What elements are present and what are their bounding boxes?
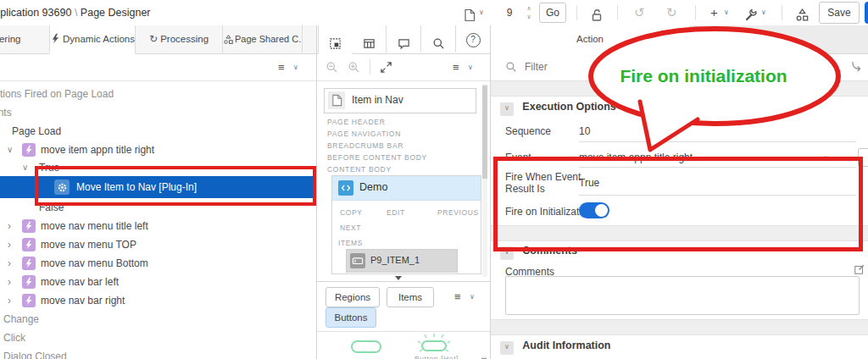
create-chevron-icon[interactable]: ∨ xyxy=(724,3,729,23)
page-number-input[interactable]: 9 xyxy=(495,3,524,22)
tree-item-action-selected[interactable]: Move Item to Nav [Plug-In] xyxy=(0,176,316,198)
stepper-up-icon[interactable]: ∧ xyxy=(524,4,534,13)
section-gap xyxy=(491,319,868,335)
tab-dynamic-actions[interactable]: Dynamic Actions xyxy=(50,25,136,54)
gallery-item-button[interactable]: Button xyxy=(349,338,383,359)
layout-section-label[interactable]: BREADCRUMB BAR xyxy=(327,141,403,150)
tree-item-dynamic-action[interactable]: ∨ move item appn title right xyxy=(0,141,316,159)
chevron-right-icon[interactable]: › xyxy=(8,235,11,254)
undo-icon[interactable]: ↺ xyxy=(634,3,645,23)
layout-menu-chevron-icon[interactable]: ∨ xyxy=(468,64,473,71)
collapse-chevron-icon[interactable]: ∨ xyxy=(500,341,514,355)
layout-section-label[interactable]: PAGE NAVIGATION xyxy=(327,130,401,138)
chevron-down-icon[interactable]: ∨ xyxy=(7,141,13,159)
sequence-value[interactable]: 10 xyxy=(579,125,590,137)
tab-page-shared-components[interactable]: Page Shared C... xyxy=(223,25,303,52)
go-to-action-icon[interactable] xyxy=(850,60,863,73)
region-previous-link[interactable]: PREVIOUS xyxy=(437,208,479,217)
tree-branch-false[interactable]: False xyxy=(0,198,316,217)
chevron-right-icon[interactable]: › xyxy=(8,273,11,291)
tab-messages[interactable] xyxy=(387,25,421,52)
region-copy-link[interactable]: COPY xyxy=(340,208,363,217)
grid-icon xyxy=(363,37,376,50)
right-panel: Action ∨ Execution Options Sequence 10 E… xyxy=(491,25,868,359)
region-edit-link[interactable]: EDIT xyxy=(387,208,405,217)
layout-section-label[interactable]: BEFORE CONTENT BODY xyxy=(327,153,427,162)
page-number-stepper[interactable]: ∧ ∨ xyxy=(524,4,534,21)
chevron-right-icon[interactable]: › xyxy=(8,291,11,310)
tree-branch-true[interactable]: ∨ True xyxy=(0,159,316,176)
region-demo[interactable]: Demo COPY EDIT PREVIOUS NEXT ITEMS P9_IT… xyxy=(331,175,481,274)
utilities-wrench-icon[interactable] xyxy=(744,3,758,23)
fire-on-init-toggle[interactable] xyxy=(579,202,609,218)
chevron-right-icon[interactable]: › xyxy=(8,217,11,235)
create-plus-icon[interactable]: + xyxy=(710,3,718,23)
layout-section-label[interactable]: CONTENT BODY xyxy=(327,165,392,174)
gallery-tab-regions[interactable]: Regions xyxy=(326,287,380,307)
gallery-tab-buttons[interactable]: Buttons xyxy=(326,307,376,328)
redo-icon[interactable]: ↻ xyxy=(666,3,677,23)
comments-textarea[interactable] xyxy=(505,276,860,315)
toolbar-separator xyxy=(782,5,782,20)
layout-menu-icon[interactable]: ≡ xyxy=(453,61,459,74)
tree-item-dynamic-action[interactable]: › move nav bar right xyxy=(0,291,316,310)
tab-search[interactable] xyxy=(421,25,456,52)
event-value[interactable]: move item appn title right xyxy=(579,152,693,163)
tree-item-dynamic-action[interactable]: › move nav bar left xyxy=(0,273,316,291)
expand-icon[interactable] xyxy=(380,61,392,74)
tab-layout[interactable] xyxy=(318,25,353,54)
page-selector-icon[interactable] xyxy=(463,3,476,23)
run-button[interactable] xyxy=(865,2,868,24)
chevron-down-icon[interactable]: ∨ xyxy=(22,159,28,176)
fire-when-value[interactable]: True xyxy=(579,177,599,189)
code-editor-icon[interactable] xyxy=(854,263,865,275)
tree-menu-icon[interactable]: ≡ xyxy=(278,61,285,74)
tab-action[interactable]: Action xyxy=(491,25,690,54)
tab-rendering[interactable]: Rendering xyxy=(0,25,50,52)
execution-options-header[interactable]: ∨ Execution Options xyxy=(500,101,616,116)
layout-section-label[interactable]: PAGE HEADER xyxy=(327,118,385,126)
item-node-selected[interactable]: P9_ITEM_1 xyxy=(346,249,458,273)
canvas-scrollbar-thumb[interactable] xyxy=(482,86,487,179)
collapse-chevron-icon[interactable]: ∨ xyxy=(500,102,514,116)
tree-item-dynamic-action[interactable]: › move nav menu TOP xyxy=(0,235,316,254)
filter-input[interactable] xyxy=(523,58,696,76)
region-demo-header[interactable]: Demo xyxy=(332,176,481,201)
gallery-item-button-hot[interactable]: Button [Hot] xyxy=(415,333,459,359)
gallery: Regions Items ≡ ∨ Buttons Button xyxy=(317,281,490,359)
section-gap xyxy=(491,80,868,97)
tree-item-dynamic-action[interactable]: › move nav menu Bottom xyxy=(0,254,316,273)
gallery-tab-items[interactable]: Items xyxy=(387,287,434,307)
page-selector-chevron-icon[interactable]: ∨ xyxy=(479,3,484,23)
chevron-right-icon[interactable]: › xyxy=(8,254,11,273)
save-button[interactable]: Save xyxy=(819,2,860,24)
shared-components-icon[interactable] xyxy=(795,3,810,23)
event-quick-pick-button[interactable] xyxy=(858,148,868,167)
message-bubble-icon xyxy=(398,37,410,50)
breadcrumb-app[interactable]: Application 93690 xyxy=(0,7,71,19)
audit-information-header[interactable]: ∨ Audit Information xyxy=(500,340,611,355)
zoom-out-icon[interactable] xyxy=(326,61,338,74)
region-title: Demo xyxy=(359,181,387,193)
utilities-chevron-icon[interactable]: ∨ xyxy=(761,3,766,23)
page-node[interactable]: Item in Nav xyxy=(324,88,476,113)
tree-menu-chevron-icon[interactable]: ∨ xyxy=(293,64,298,71)
stepper-down-icon[interactable]: ∨ xyxy=(524,13,534,21)
lock-icon[interactable] xyxy=(590,3,604,23)
tab-help[interactable]: ? xyxy=(456,25,490,52)
go-button[interactable]: Go xyxy=(539,3,566,23)
tab-processing[interactable]: ↻ Processing xyxy=(136,25,223,52)
splitter-handle-icon[interactable] xyxy=(395,276,402,280)
toggle-knob xyxy=(595,204,608,217)
event-chevron-icon[interactable]: ∨ xyxy=(823,154,828,162)
region-next-link[interactable]: NEXT xyxy=(340,224,361,232)
gallery-menu-icon[interactable]: ≡ xyxy=(454,290,461,303)
tree-item-dynamic-action[interactable]: › move nav menu title left xyxy=(0,217,316,235)
tab-grid[interactable] xyxy=(352,25,387,52)
gallery-menu-chevron-icon[interactable]: ∨ xyxy=(470,293,475,301)
collapse-chevron-icon[interactable]: ∨ xyxy=(500,246,514,260)
zoom-in-icon[interactable] xyxy=(348,61,360,74)
canvas-scrollbar[interactable] xyxy=(482,84,487,277)
comments-header[interactable]: ∨ Comments xyxy=(500,245,577,260)
tree-item-page-load[interactable]: Page Load xyxy=(0,122,316,141)
